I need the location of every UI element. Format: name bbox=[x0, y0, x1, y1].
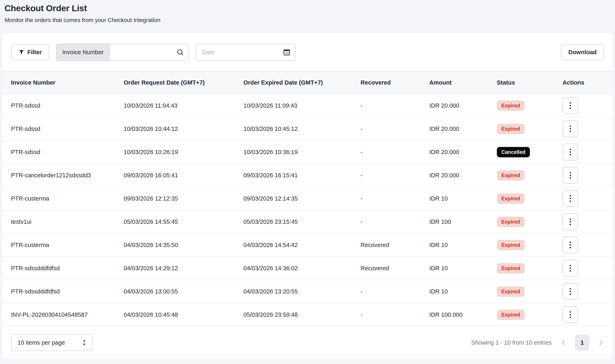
order-request-date-cell: 04/03/2026 14:29:12 bbox=[124, 265, 244, 272]
row-actions-button[interactable] bbox=[562, 97, 578, 114]
status-cell: Expired bbox=[497, 170, 562, 181]
status-cell: Expired bbox=[497, 263, 562, 273]
recovered-cell: - bbox=[361, 312, 429, 318]
column-header-order-request-date: Order Request Date (GMT+7) bbox=[124, 79, 244, 86]
amount-cell: IDR 20.000 bbox=[429, 126, 497, 132]
table-row: PTR-custerma 04/03/2026 14:35:50 04/03/2… bbox=[2, 234, 613, 257]
column-header-order-expired-date: Order Expired Date (GMT+7) bbox=[244, 79, 361, 86]
actions-cell bbox=[562, 144, 604, 160]
order-expired-date-cell: 05/03/2026 23:59:48 bbox=[244, 312, 361, 318]
column-header-actions: Actions bbox=[562, 79, 604, 86]
row-actions-button[interactable] bbox=[562, 213, 578, 230]
order-request-date-cell: 04/03/2026 10:45:48 bbox=[124, 312, 244, 318]
page-header: Checkout Order List Monitor the orders t… bbox=[0, 0, 615, 33]
status-cell: Expired bbox=[497, 286, 562, 297]
chevron-left-icon[interactable] bbox=[560, 338, 566, 347]
date-input[interactable] bbox=[196, 44, 283, 60]
actions-cell bbox=[562, 260, 604, 277]
kebab-menu-icon bbox=[569, 102, 572, 110]
actions-cell bbox=[562, 283, 604, 300]
status-cell: Expired bbox=[497, 194, 562, 204]
order-expired-date-cell: 10/03/2026 10:36:19 bbox=[244, 149, 361, 156]
kebab-menu-icon bbox=[569, 171, 572, 179]
order-request-date-cell: 05/03/2026 14:55:45 bbox=[124, 219, 244, 225]
status-badge: Expired bbox=[497, 217, 525, 227]
items-per-page-select[interactable]: 10 items per page bbox=[11, 334, 93, 351]
recovered-cell: - bbox=[361, 195, 429, 202]
invoice-number-cell: PTR-custerma bbox=[11, 195, 124, 202]
table-row: PTR-sdssd 10/03/2026 10:26:19 10/03/2026… bbox=[2, 141, 613, 164]
row-actions-button[interactable] bbox=[562, 237, 578, 253]
status-badge: Expired bbox=[497, 170, 525, 181]
table-row: PTR-sdssd 10/03/2026 10:44:12 10/03/2026… bbox=[2, 117, 613, 141]
amount-cell: IDR 20.000 bbox=[429, 149, 497, 156]
kebab-menu-icon bbox=[569, 287, 572, 296]
amount-cell: IDR 10 bbox=[429, 265, 497, 272]
actions-cell bbox=[562, 120, 604, 137]
order-list-card: Filter Invoice Number bbox=[2, 33, 613, 359]
sort-arrows-icon bbox=[82, 339, 87, 346]
actions-cell bbox=[562, 97, 604, 114]
recovered-cell: - bbox=[361, 149, 429, 156]
amount-cell: IDR 10 bbox=[429, 242, 497, 248]
order-expired-date-cell: 04/03/2026 14:54:42 bbox=[244, 242, 361, 248]
calendar-icon[interactable] bbox=[283, 48, 291, 56]
page-title: Checkout Order List bbox=[4, 3, 615, 13]
recovered-cell: - bbox=[361, 126, 429, 132]
status-badge: Expired bbox=[497, 101, 525, 111]
status-badge: Expired bbox=[497, 263, 525, 273]
status-badge: Expired bbox=[497, 240, 525, 250]
recovered-cell: - bbox=[361, 172, 429, 179]
page-subtitle: Monitor the orders that comes from your … bbox=[4, 17, 615, 24]
amount-cell: IDR 10 bbox=[429, 288, 497, 295]
table-row: INV-PL-20260304104548587 04/03/2026 10:4… bbox=[2, 303, 613, 326]
amount-cell: IDR 100.000 bbox=[429, 312, 497, 318]
row-actions-button[interactable] bbox=[562, 283, 578, 300]
status-cell: Expired bbox=[497, 101, 562, 111]
order-expired-date-cell: 05/03/2026 23:15:45 bbox=[244, 219, 361, 225]
items-per-page-label: 10 items per page bbox=[17, 339, 65, 346]
table-row: testv1ui 05/03/2026 14:55:45 05/03/2026 … bbox=[2, 210, 613, 234]
row-actions-button[interactable] bbox=[562, 306, 578, 323]
order-expired-date-cell: 04/03/2026 13:20:55 bbox=[244, 288, 361, 295]
row-actions-button[interactable] bbox=[562, 144, 578, 160]
order-expired-date-cell: 10/03/2026 11:09:43 bbox=[244, 102, 361, 109]
column-header-recovered: Recovered bbox=[361, 79, 429, 86]
row-actions-button[interactable] bbox=[562, 260, 578, 277]
status-cell: Cancelled bbox=[497, 147, 562, 157]
invoice-search-input[interactable] bbox=[110, 44, 177, 60]
pagination: Showing 1 - 10 from 10 entries 1 bbox=[471, 335, 604, 351]
recovered-cell: - bbox=[361, 102, 429, 109]
invoice-number-cell: PTR-sdssd bbox=[11, 126, 124, 132]
toolbar: Filter Invoice Number bbox=[2, 33, 613, 71]
status-cell: Expired bbox=[497, 310, 562, 320]
filter-button[interactable]: Filter bbox=[11, 44, 49, 60]
date-filter-group bbox=[196, 44, 296, 61]
showing-entries-text: Showing 1 - 10 from 10 entries bbox=[471, 339, 552, 346]
status-cell: Expired bbox=[497, 217, 562, 227]
table-body: PTR-sdssd 10/03/2026 11:04:43 10/03/2026… bbox=[2, 94, 613, 326]
kebab-menu-icon bbox=[569, 311, 572, 319]
kebab-menu-icon bbox=[569, 195, 572, 203]
actions-cell bbox=[562, 306, 604, 323]
search-icon bbox=[177, 49, 184, 56]
invoice-number-cell: testv1ui bbox=[11, 219, 124, 225]
actions-cell bbox=[562, 237, 604, 253]
amount-cell: IDR 100 bbox=[429, 219, 497, 225]
order-request-date-cell: 10/03/2026 10:44:12 bbox=[124, 126, 244, 132]
status-badge: Cancelled bbox=[497, 147, 530, 157]
recovered-cell: Recovered bbox=[361, 265, 429, 272]
download-button-label: Download bbox=[568, 49, 597, 56]
row-actions-button[interactable] bbox=[562, 120, 578, 137]
chevron-right-icon[interactable] bbox=[598, 338, 604, 347]
order-request-date-cell: 09/03/2026 16:05:41 bbox=[124, 172, 244, 179]
row-actions-button[interactable] bbox=[562, 167, 578, 184]
download-button[interactable]: Download bbox=[561, 44, 604, 60]
page-number-button[interactable]: 1 bbox=[575, 335, 589, 351]
table-row: PTR-cancelorder1212sdssdd3 09/03/2026 16… bbox=[2, 164, 613, 187]
order-request-date-cell: 04/03/2026 14:35:50 bbox=[124, 242, 244, 248]
kebab-menu-icon bbox=[569, 148, 572, 156]
kebab-menu-icon bbox=[569, 264, 572, 272]
row-actions-button[interactable] bbox=[562, 190, 578, 207]
invoice-number-cell: PTR-sdssdddfdfsd bbox=[11, 265, 124, 272]
